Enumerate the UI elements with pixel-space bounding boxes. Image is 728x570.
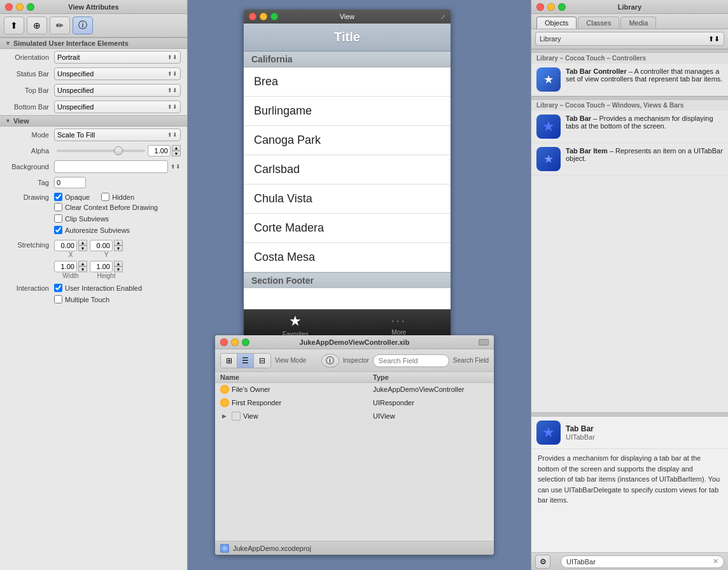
toolbar-btn-2[interactable]: ⊕ <box>27 17 47 34</box>
opaque-label[interactable]: Opaque <box>54 193 90 201</box>
toolbar-btn-4[interactable]: ⓘ <box>73 17 93 34</box>
bottom-bar-row: Bottom Bar Unspecified ⬆⬇ <box>0 99 187 115</box>
ios-list: California Brea Burlingame Canoga Park C… <box>244 52 451 309</box>
xib-max-btn[interactable] <box>242 338 249 346</box>
top-bar-select[interactable]: Unspecified ⬆⬇ <box>54 84 181 97</box>
lib-search-text: UITabBar <box>566 558 596 566</box>
xib-titlebar: JukeAppDemoViewController.xib <box>215 335 494 349</box>
autoresize-label[interactable]: Autoresize Subviews <box>54 226 130 234</box>
stretching-y-dec[interactable]: ▼ <box>114 246 123 251</box>
lib-dropdown[interactable]: Library ⬆⬇ <box>535 32 724 46</box>
inspector-label: Inspector <box>343 357 369 364</box>
stretching-y-field[interactable] <box>90 240 113 251</box>
lib-item-tab-bar[interactable]: ★ Tab Bar – Provides a mechanism for dis… <box>531 111 728 143</box>
alpha-field[interactable] <box>148 145 171 156</box>
alpha-stepper[interactable]: ▲ ▼ <box>172 145 181 156</box>
ios-close-btn[interactable] <box>249 13 256 20</box>
background-color-swatch[interactable] <box>54 160 168 173</box>
ios-view-window: View ⤢ Title California Brea Burlingame … <box>244 10 451 340</box>
xib-bottom-bar: JukeAppDemo.xcodeproj <box>215 541 494 555</box>
toolbar-btn-3[interactable]: ✏ <box>50 17 70 34</box>
stretching-x-stepper[interactable]: ▲ ▼ <box>78 240 87 251</box>
files-owner-icon <box>220 385 229 394</box>
stretching-x-field-row: ▲ ▼ <box>54 240 87 251</box>
lib-action-button[interactable]: ⚙ <box>535 555 550 569</box>
stretching-x-inc[interactable]: ▲ <box>78 240 87 246</box>
xib-min-btn[interactable] <box>231 338 239 346</box>
status-bar-select[interactable]: Unspecified ⬆⬇ <box>54 67 181 80</box>
alpha-slider[interactable] <box>57 149 145 152</box>
xib-row-first-responder[interactable]: First Responder UIResponder <box>215 396 494 410</box>
stretching-w-stepper[interactable]: ▲ ▼ <box>78 261 87 272</box>
stretching-x-dec[interactable]: ▼ <box>78 246 87 251</box>
hidden-checkbox[interactable] <box>101 193 109 201</box>
xib-view-btn-column[interactable]: ⊟ <box>254 354 270 368</box>
user-interaction-label[interactable]: User Interaction Enabled <box>54 284 142 292</box>
xib-search-field[interactable] <box>373 354 449 367</box>
lib-min-btn[interactable] <box>547 3 555 11</box>
stretching-h-dec[interactable]: ▼ <box>114 267 123 272</box>
multiple-touch-label[interactable]: Multiple Touch <box>54 295 109 303</box>
stretching-w-field[interactable] <box>54 261 77 272</box>
xib-close-btn[interactable] <box>220 338 228 346</box>
xib-row-files-owner[interactable]: File's Owner JukeAppDemoViewController <box>215 383 494 396</box>
stretching-y-stepper[interactable]: ▲ ▼ <box>114 240 123 251</box>
stretching-y-inc[interactable]: ▲ <box>114 240 123 246</box>
hidden-label[interactable]: Hidden <box>101 193 134 201</box>
user-interaction-checkbox[interactable] <box>54 284 62 292</box>
bottom-bar-select[interactable]: Unspecified ⬆⬇ <box>54 101 181 113</box>
list-item-burlingame: Burlingame <box>244 97 451 126</box>
tag-field[interactable] <box>54 177 86 188</box>
xib-view-btn-grid[interactable]: ⊞ <box>221 354 237 368</box>
minimize-button[interactable] <box>16 3 24 11</box>
close-button[interactable] <box>5 3 13 11</box>
multiple-touch-checkbox[interactable] <box>54 295 62 303</box>
lib-close-btn[interactable] <box>536 3 544 11</box>
autoresize-checkbox[interactable] <box>54 226 62 234</box>
stretching-w-dec[interactable]: ▼ <box>78 267 87 272</box>
xib-view-btn-list[interactable]: ☰ <box>237 354 254 368</box>
list-item-costa-mesa: Costa Mesa <box>244 243 451 272</box>
view-disclosure-icon[interactable]: ▶ <box>220 412 228 420</box>
clip-subviews-checkbox[interactable] <box>54 214 62 223</box>
stretching-h-field[interactable] <box>90 261 113 272</box>
tab-classes[interactable]: Classes <box>578 17 619 29</box>
clear-context-label[interactable]: Clear Context Before Drawing <box>54 203 158 211</box>
stretching-x-field[interactable] <box>54 240 77 251</box>
maximize-button[interactable] <box>27 3 34 11</box>
tab-bar-controller-icon <box>536 67 561 92</box>
xib-inspector-btn[interactable]: ⓘ <box>321 354 339 368</box>
mode-select[interactable]: Scale To Fill ⬆⬇ <box>54 129 181 141</box>
stretching-w-group: ▲ ▼ Width <box>54 261 87 279</box>
ios-section-header: California <box>244 52 451 67</box>
clear-context-checkbox[interactable] <box>54 203 62 211</box>
ios-min-btn[interactable] <box>260 13 267 20</box>
clip-subviews-label[interactable]: Clip Subviews <box>54 214 109 223</box>
xib-row-view[interactable]: ▶ View UIView <box>215 410 494 423</box>
opaque-checkbox[interactable] <box>54 193 62 201</box>
ios-max-btn[interactable] <box>270 13 278 20</box>
tab-objects[interactable]: Objects <box>536 17 577 29</box>
alpha-increment[interactable]: ▲ <box>172 145 181 151</box>
tab-media[interactable]: Media <box>620 17 656 29</box>
ios-tab-more[interactable]: ··· More <box>347 314 451 336</box>
library-panel: Library Objects Classes Media Library ⬆⬇… <box>531 0 728 570</box>
stretching-y-field-row: ▲ ▼ <box>90 240 123 251</box>
stretching-h-inc[interactable]: ▲ <box>114 261 123 267</box>
toolbar-btn-1[interactable]: ⬆ <box>4 17 24 34</box>
lib-item-tab-bar-controller[interactable]: Tab Bar Controller – A controller that m… <box>531 64 728 96</box>
ios-window-frame: View ⤢ Title California Brea Burlingame … <box>244 10 451 340</box>
lib-item-tab-bar-item[interactable]: Tab Bar Item – Represents an item on a U… <box>531 143 728 176</box>
lib-max-btn[interactable] <box>558 3 566 11</box>
stretching-w-inc[interactable]: ▲ <box>78 261 87 267</box>
orientation-select[interactable]: Portrait ⬆⬇ <box>54 51 181 64</box>
stretching-h-stepper[interactable]: ▲ ▼ <box>114 261 123 272</box>
ios-tab-favorites[interactable]: ★ Favorites <box>244 313 347 338</box>
view-section-header: ▼ View <box>0 115 187 127</box>
tab-bar-title: Tab Bar – Provides a mechanism for displ… <box>566 115 723 130</box>
lib-search-box[interactable]: UITabBar ✕ <box>561 555 724 568</box>
lib-tabs: Objects Classes Media <box>531 14 728 29</box>
xib-widget[interactable] <box>479 339 489 345</box>
lib-search-clear-icon[interactable]: ✕ <box>713 557 718 566</box>
alpha-decrement[interactable]: ▼ <box>172 151 181 156</box>
